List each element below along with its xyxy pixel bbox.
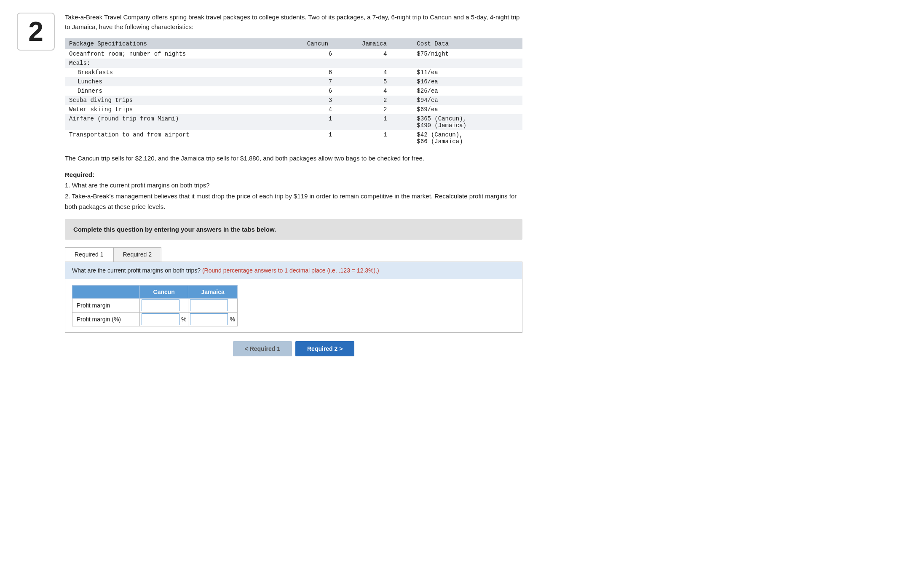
answer-table: Cancun Jamaica Profit margin xyxy=(72,285,238,326)
table-row: Scuba diving trips32$94/ea xyxy=(65,96,522,105)
cancun-cell: 1 xyxy=(303,114,358,130)
jamaica-cell: 4 xyxy=(358,86,412,96)
answer-col-blank xyxy=(72,285,140,298)
complete-box-text: Complete this question by entering your … xyxy=(73,226,514,233)
table-row: Meals: xyxy=(65,59,522,68)
specs-table: Package Specifications Cancun Jamaica Co… xyxy=(65,38,522,146)
spec-cell: Airfare (round trip from Miami) xyxy=(65,114,303,130)
table-row: Profit margin (%) % % xyxy=(72,312,238,326)
cancun-cell: 6 xyxy=(303,49,358,59)
tab-required-1[interactable]: Required 1 xyxy=(65,247,113,262)
cancun-profit-margin-input[interactable] xyxy=(142,299,179,311)
next-arrow: > xyxy=(339,345,343,352)
nav-buttons: < Required 1 Required 2 > xyxy=(65,341,522,356)
col-header-jamaica: Jamaica xyxy=(358,38,412,49)
prev-button[interactable]: < Required 1 xyxy=(233,341,292,356)
answer-col-jamaica: Jamaica xyxy=(188,285,237,298)
answer-col-cancun: Cancun xyxy=(140,285,188,298)
complete-box: Complete this question by entering your … xyxy=(65,219,522,240)
col-header-cost: Cost Data xyxy=(412,38,522,49)
prev-arrow: < xyxy=(245,345,248,352)
jamaica-cell: 1 xyxy=(358,114,412,130)
spec-cell: Water skiing trips xyxy=(65,105,303,114)
table-row: Water skiing trips42$69/ea xyxy=(65,105,522,114)
cancun-cell: 6 xyxy=(303,86,358,96)
table-row: Dinners64$26/ea xyxy=(65,86,522,96)
question-body: Take-a-Break Travel Company offers sprin… xyxy=(65,13,522,356)
next-button[interactable]: Required 2 > xyxy=(295,341,354,356)
spec-cell: Dinners xyxy=(65,86,303,96)
table-row: Airfare (round trip from Miami)11$365 (C… xyxy=(65,114,522,130)
cancun-profit-margin-pct-input[interactable] xyxy=(142,313,179,325)
table-row: Oceanfront room; number of nights64$75/n… xyxy=(65,49,522,59)
cancun-cell: 3 xyxy=(303,96,358,105)
tab-content: What are the current profit margins on b… xyxy=(65,262,522,333)
jamaica-profit-margin-pct-input[interactable] xyxy=(190,313,228,325)
answer-table-wrapper: Cancun Jamaica Profit margin xyxy=(65,279,522,332)
table-row: Profit margin xyxy=(72,298,238,312)
cancun-profit-margin-pct-cell: % xyxy=(140,312,188,326)
jamaica-cell: 2 xyxy=(358,105,412,114)
tab-instruction: What are the current profit margins on b… xyxy=(65,262,522,279)
cost-cell: $365 (Cancun), $490 (Jamaica) xyxy=(412,114,522,130)
tab-required-2[interactable]: Required 2 xyxy=(113,247,162,262)
spec-cell: Transportation to and from airport xyxy=(65,130,303,146)
cost-cell: $16/ea xyxy=(412,77,522,86)
required-item-1: 1. What are the current profit margins o… xyxy=(65,180,522,191)
col-header-cancun: Cancun xyxy=(303,38,358,49)
cancun-pct-symbol: % xyxy=(181,316,186,323)
jamaica-cell: 4 xyxy=(358,49,412,59)
spec-cell: Scuba diving trips xyxy=(65,96,303,105)
table-row: Transportation to and from airport11$42 … xyxy=(65,130,522,146)
jamaica-cell: 2 xyxy=(358,96,412,105)
cancun-cell xyxy=(303,59,358,68)
cost-cell: $11/ea xyxy=(412,68,522,77)
cancun-cell: 6 xyxy=(303,68,358,77)
table-row: Breakfasts64$11/ea xyxy=(65,68,522,77)
col-header-spec: Package Specifications xyxy=(65,38,303,49)
required-section: Required: 1. What are the current profit… xyxy=(65,169,522,212)
spec-cell: Meals: xyxy=(65,59,303,68)
cost-cell xyxy=(412,59,522,68)
jamaica-cell: 1 xyxy=(358,130,412,146)
jamaica-pct-symbol: % xyxy=(230,316,235,323)
cancun-profit-margin-cell xyxy=(140,298,188,312)
jamaica-cell: 5 xyxy=(358,77,412,86)
jamaica-cell: 4 xyxy=(358,68,412,77)
question-number: 2 xyxy=(17,13,55,51)
table-row: Lunches75$16/ea xyxy=(65,77,522,86)
spec-cell: Breakfasts xyxy=(65,68,303,77)
question-intro: Take-a-Break Travel Company offers sprin… xyxy=(65,13,522,32)
cost-cell: $94/ea xyxy=(412,96,522,105)
tab-instruction-text: What are the current profit margins on b… xyxy=(72,267,201,274)
cost-cell: $42 (Cancun), $66 (Jamaica) xyxy=(412,130,522,146)
spec-cell: Lunches xyxy=(65,77,303,86)
tab-round-note: (Round percentage answers to 1 decimal p… xyxy=(202,267,379,274)
cancun-cell: 1 xyxy=(303,130,358,146)
jamaica-profit-margin-cell xyxy=(188,298,237,312)
jamaica-cell xyxy=(358,59,412,68)
cost-cell: $26/ea xyxy=(412,86,522,96)
required-item-2: 2. Take-a-Break's management believes th… xyxy=(65,191,522,212)
jamaica-profit-margin-input[interactable] xyxy=(190,299,228,311)
profit-margin-pct-label: Profit margin (%) xyxy=(72,312,140,326)
cancun-cell: 7 xyxy=(303,77,358,86)
cancun-cell: 4 xyxy=(303,105,358,114)
tabs-container: Required 1 Required 2 xyxy=(65,247,522,262)
required-label: Required: xyxy=(65,171,94,178)
profit-margin-label: Profit margin xyxy=(72,298,140,312)
prev-label: Required 1 xyxy=(250,345,280,352)
summary-text: The Cancun trip sells for $2,120, and th… xyxy=(65,154,522,163)
cost-cell: $69/ea xyxy=(412,105,522,114)
jamaica-profit-margin-pct-cell: % xyxy=(188,312,237,326)
cost-cell: $75/night xyxy=(412,49,522,59)
spec-cell: Oceanfront room; number of nights xyxy=(65,49,303,59)
next-label: Required 2 xyxy=(307,345,337,352)
